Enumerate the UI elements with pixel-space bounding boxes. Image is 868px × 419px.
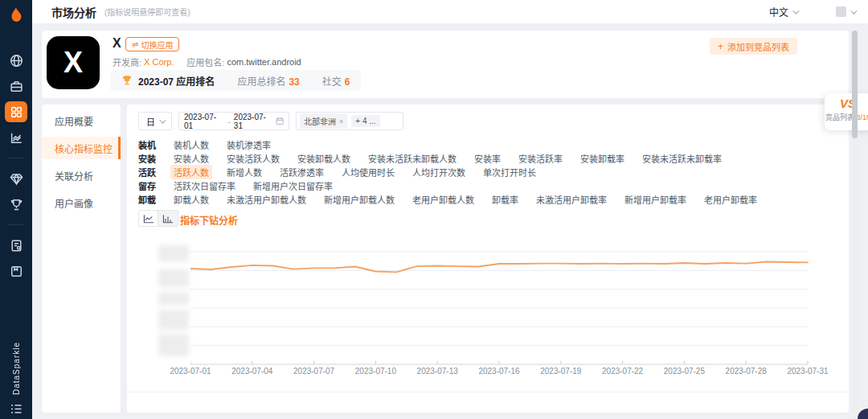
metric-chip[interactable]: 新增用户卸载率 [621, 192, 690, 207]
trend-chart-icon[interactable] [5, 127, 27, 148]
app-meta: 开发商: X Corp. 应用包名: com.twitter.android [113, 55, 301, 68]
globe-icon[interactable] [5, 50, 27, 71]
x-tick-label: 2023-07-31 [787, 367, 828, 376]
category-rank: 社交6 [322, 74, 350, 88]
chart-type-toggle [138, 210, 178, 227]
menu-item-关联分析[interactable]: 关联分析 [42, 164, 121, 187]
metric-category: 留存 [138, 179, 159, 192]
total-rank: 应用总排名33 [237, 74, 299, 88]
metric-chip[interactable]: 装机渗透率 [223, 138, 274, 152]
redacted-y-label [158, 269, 189, 287]
menu-item-应用概要[interactable]: 应用概要 [42, 109, 121, 132]
gem-icon[interactable] [5, 168, 27, 189]
metric-chip[interactable]: 卸载人数 [170, 192, 212, 207]
flame-logo-icon [7, 6, 25, 26]
metric-category: 装机 [138, 138, 159, 151]
metric-chip[interactable]: 新增用户卸载人数 [321, 192, 398, 207]
core-metrics-panel: 日 2023-07-01 → 2023-07-31 北部非洲× + 4 ... … [127, 105, 849, 413]
active-users-line-chart[interactable] [190, 241, 809, 372]
metric-row: 活跃活跃人数新增人数活跃渗透率人均使用时长人均打开次数单次打开时长 [138, 166, 829, 179]
region-multiselect[interactable]: 北部非洲× + 4 ... [296, 112, 403, 130]
chevron-down-icon[interactable] [850, 7, 857, 14]
metric-chip[interactable]: 人均使用时长 [338, 165, 398, 179]
plus-icon: + [718, 41, 723, 52]
app-info-card: X X ⇌ 切换应用 开发商: X Corp. 应用包名: com.twitte… [42, 31, 849, 98]
metric-chip[interactable]: 未激活用户卸载率 [533, 192, 610, 207]
metric-chip[interactable]: 活跃渗透率 [276, 165, 327, 179]
metric-category: 卸载 [138, 193, 159, 206]
redacted-y-label [158, 245, 189, 261]
metric-chip[interactable]: 安装活跃率 [515, 151, 566, 166]
developer-link[interactable]: X Corp. [144, 57, 174, 67]
x-tick-label: 2023-07-01 [170, 367, 211, 376]
menu-item-核心指标监控[interactable]: 核心指标监控 [42, 137, 121, 159]
region-more-tag[interactable]: + 4 ... [351, 115, 379, 127]
metric-chip[interactable]: 活跃次日留存率 [170, 179, 239, 193]
app-logo-x: X [47, 36, 100, 89]
section-menu: 应用概要核心指标监控关联分析用户画像 [42, 105, 121, 413]
metric-chip[interactable]: 安装人数 [170, 151, 212, 166]
line-chart-toggle[interactable] [138, 210, 158, 227]
x-tick-label: 2023-07-25 [664, 367, 705, 376]
region-tag: 北部非洲× [300, 113, 347, 129]
page-title: 市场分析 [51, 4, 96, 20]
metric-chip[interactable]: 装机人数 [170, 138, 212, 152]
briefcase-icon[interactable] [5, 76, 27, 97]
calendar-icon [276, 117, 284, 125]
package-label: 应用包名: [186, 55, 224, 68]
x-tick-label: 2023-07-22 [602, 367, 643, 376]
drill-down-link[interactable]: 指标下钻分析 [180, 213, 238, 227]
metric-row: 卸载卸载人数未激活用户卸载人数新增用户卸载人数老用户卸载人数卸载率未激活用户卸载… [138, 192, 829, 206]
x-tick-label: 2023-07-28 [726, 367, 767, 376]
apps-grid-icon[interactable] [5, 101, 27, 122]
metric-chip[interactable]: 未激活用户卸载人数 [223, 192, 309, 207]
granularity-select[interactable]: 日 [138, 112, 172, 130]
metric-chip[interactable]: 单次打开时长 [480, 165, 539, 179]
vs-competitor-widget[interactable]: VS 竞品列表 3/10 [825, 93, 868, 130]
metric-chip[interactable]: 安装卸载率 [577, 151, 628, 166]
language-selector[interactable]: 中文 [769, 5, 797, 18]
redacted-y-label [158, 334, 189, 356]
x-tick-label: 2023-07-13 [417, 367, 458, 376]
chevron-down-icon [792, 7, 799, 14]
trophy-icon[interactable] [5, 194, 27, 215]
rank-strip: 2023-07 应用排名 应用总排名33 社交6 [110, 70, 361, 91]
bar-chart-toggle[interactable] [158, 210, 178, 227]
metric-chip[interactable]: 安装未活跃未卸载率 [639, 151, 725, 166]
metric-chip[interactable]: 老用户卸载率 [701, 192, 760, 207]
market-analysis-page: DataSparkle 市场分析 (指标说明悬停即可查看) 中文 X X ⇌ 切… [0, 0, 868, 419]
x-tick-label: 2023-07-19 [540, 367, 581, 376]
report-doc-icon[interactable] [5, 235, 27, 256]
menu-item-用户画像[interactable]: 用户画像 [42, 191, 121, 214]
swap-icon: ⇌ [132, 40, 138, 49]
filter-bar: 日 2023-07-01 → 2023-07-31 北部非洲× + 4 ... [138, 112, 403, 130]
metric-chip[interactable]: 安装率 [471, 151, 504, 166]
developer-label: 开发商: [113, 55, 141, 68]
metric-chip[interactable]: 新增人数 [223, 165, 265, 179]
floating-corner-widget[interactable] [858, 409, 868, 419]
metric-chip[interactable]: 安装未活跃未卸载人数 [365, 151, 460, 166]
date-range-picker[interactable]: 2023-07-01 → 2023-07-31 [178, 112, 289, 130]
trophy-badge-icon [121, 75, 133, 86]
list-menu-icon[interactable] [0, 404, 32, 414]
brand-wordmark: DataSparkle [0, 342, 32, 395]
metric-chip[interactable]: 老用户卸载人数 [409, 192, 477, 207]
switch-app-button[interactable]: ⇌ 切换应用 [125, 37, 179, 51]
card-doc-icon[interactable] [5, 261, 27, 281]
metric-chip[interactable]: 新增用户次日留存率 [250, 179, 336, 193]
avatar[interactable] [836, 6, 846, 17]
metric-category: 安装 [138, 152, 159, 165]
page-subtitle: (指标说明悬停即可查看) [104, 6, 190, 18]
redacted-y-label [158, 292, 189, 305]
scrollbar-thumb[interactable] [852, 31, 858, 138]
metric-chip[interactable]: 安装活跃人数 [223, 151, 283, 166]
metric-chip[interactable]: 人均打开次数 [409, 165, 469, 179]
close-icon[interactable]: × [339, 117, 343, 125]
metric-rows: 装机装机人数装机渗透率安装安装人数安装活跃人数安装卸载人数安装未活跃未卸载人数安… [138, 138, 829, 206]
metric-chip[interactable]: 卸载率 [489, 192, 522, 207]
add-competitor-button[interactable]: + 添加到竞品列表 [710, 38, 797, 55]
scrollbar-track[interactable] [852, 31, 858, 413]
metric-chip[interactable]: 安装卸载人数 [294, 151, 354, 166]
metric-chip[interactable]: 活跃人数 [170, 165, 212, 179]
arrow-right-icon: → [224, 117, 232, 125]
